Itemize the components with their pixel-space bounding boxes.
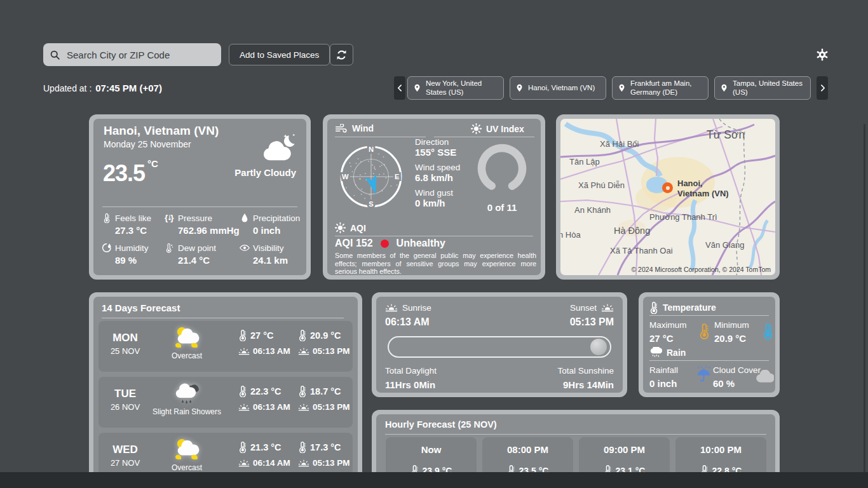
cloud-rain-icon bbox=[649, 347, 662, 358]
day-low: 17.3 °C bbox=[310, 442, 341, 452]
settings-gear-icon[interactable] bbox=[816, 48, 829, 61]
cloud-cover: Cloud Cover60 % bbox=[713, 364, 761, 389]
sunrise-time: 06:13 AM bbox=[385, 316, 431, 328]
detail-dew-point: Dew point 21.4 °C bbox=[165, 243, 216, 266]
hour-time: 08:00 PM bbox=[482, 444, 573, 455]
dew-point-icon bbox=[165, 243, 175, 253]
day-high: 27 °C bbox=[250, 330, 273, 341]
map-canvas[interactable]: Xã Hải Bối Từ Sơn Tân Lập Xã Phú Diễn An… bbox=[560, 119, 775, 275]
map-label: Xã Tả Thanh Oai bbox=[610, 246, 673, 255]
map-label: n Hòa bbox=[560, 230, 581, 240]
map-label: Xã Hải Bối bbox=[600, 139, 639, 149]
saved-place-chip-hanoi[interactable]: Hanoi, Vietnam (VN) bbox=[510, 76, 606, 100]
rainfall: Rainfall0 inch bbox=[649, 364, 678, 389]
sun-icon bbox=[471, 123, 482, 134]
total-daylight: Total Daylight11Hrs 0Min bbox=[385, 365, 437, 390]
pin-icon bbox=[515, 83, 524, 93]
map-label: An Khánh bbox=[574, 205, 611, 215]
forecast-day-row-mon[interactable]: MON25 NOV Overcast 27 °C 06:13 AM 20.9 °… bbox=[98, 321, 353, 372]
overcast-icon bbox=[172, 437, 201, 461]
chevron-right-icon bbox=[818, 84, 827, 92]
rain-showers-icon bbox=[172, 381, 201, 405]
add-to-saved-places-button[interactable]: Add to Saved Places bbox=[229, 44, 330, 65]
saved-place-chip-frankfurt[interactable]: Frankfurt am Main, Germany (DE) bbox=[612, 76, 709, 100]
min-thermometer-icon bbox=[763, 322, 773, 339]
scrollbar[interactable] bbox=[864, 124, 865, 472]
search-icon bbox=[50, 50, 60, 60]
saved-places-prev-button[interactable] bbox=[394, 76, 405, 100]
sunset-block: Sunset 05:13 PM bbox=[570, 303, 614, 328]
day-date: 26 NOV bbox=[102, 402, 148, 412]
sunrise-icon bbox=[385, 304, 398, 312]
aqi-description: Some members of the general public may e… bbox=[335, 252, 536, 275]
sunset-icon bbox=[298, 348, 309, 355]
refresh-icon bbox=[336, 49, 348, 61]
saved-place-label: Frankfurt am Main, Germany (DE) bbox=[630, 79, 703, 97]
pin-icon bbox=[720, 83, 728, 93]
pressure-icon bbox=[165, 213, 175, 223]
day-high: 22.3 °C bbox=[250, 386, 281, 396]
day-sunset: 05:13 PM bbox=[313, 346, 350, 356]
partly-cloudy-night-icon bbox=[258, 133, 296, 162]
wind-stats: Direction155° SSE Wind speed6.8 km/h Win… bbox=[415, 137, 460, 214]
cloud-icon bbox=[755, 370, 774, 383]
detail-visibility: Visibility 24.1 km bbox=[240, 243, 288, 266]
updated-at-value: 07:45 PM (+07) bbox=[95, 83, 162, 93]
day-sunrise: 06:13 AM bbox=[253, 346, 290, 356]
temperature-section-header: Temperature bbox=[649, 301, 716, 314]
search-box[interactable] bbox=[43, 43, 221, 66]
day-condition: Slight Rain Showers bbox=[148, 407, 226, 416]
current-condition: Partly Cloudy bbox=[234, 167, 296, 178]
total-sunshine: Total Sunshine9Hrs 14Min bbox=[557, 365, 614, 390]
saved-place-chip-tampa[interactable]: Tampa, United States (US) bbox=[714, 76, 811, 100]
pin-icon bbox=[413, 83, 421, 93]
map-location-marker bbox=[662, 182, 673, 193]
uv-value: 0 of 11 bbox=[473, 202, 531, 213]
aqi-value: AQI 152 bbox=[335, 238, 373, 249]
compass-s-label: S bbox=[369, 200, 374, 208]
map-label: Từ Sơn bbox=[707, 128, 745, 142]
map-label: Phường Thanh Trì bbox=[649, 212, 717, 222]
updated-at: Updated at :07:45 PM (+07) bbox=[43, 83, 162, 93]
thermometer-icon bbox=[649, 301, 658, 314]
sunrise-icon bbox=[238, 403, 250, 411]
detail-feels-like: Feels like 27.3 °C bbox=[102, 213, 151, 236]
refresh-button[interactable] bbox=[330, 44, 353, 65]
map-marker-label: Hanoi, Vietnam (VN) bbox=[677, 179, 736, 198]
saved-place-label: Tampa, United States (US) bbox=[733, 79, 805, 97]
weather-app-window: Add to Saved Places Updated at :07:45 PM… bbox=[0, 0, 868, 488]
sunrise-icon bbox=[238, 348, 250, 355]
aqi-section-header: AQI bbox=[335, 222, 366, 233]
forecast-day-row-tue[interactable]: TUE26 NOV Slight Rain Showers 22.3 °C 06… bbox=[98, 377, 353, 428]
day-low: 18.7 °C bbox=[310, 386, 341, 396]
saved-place-chip-new-york[interactable]: New York, United States (US) bbox=[407, 76, 504, 100]
day-name: TUE bbox=[102, 388, 148, 400]
hour-time: 10:00 PM bbox=[675, 444, 766, 455]
droplet-icon bbox=[240, 213, 250, 223]
day-date: 27 NOV bbox=[102, 458, 148, 468]
wind-section-header: Wind bbox=[335, 123, 374, 133]
day-progress-knob[interactable] bbox=[590, 339, 607, 355]
saved-places-next-button[interactable] bbox=[817, 76, 828, 100]
detail-pressure: Pressure 762.96 mmHg bbox=[165, 213, 240, 236]
current-date: Monday 25 November bbox=[104, 139, 191, 149]
thermometer-icon bbox=[298, 385, 307, 397]
compass-w-label: W bbox=[342, 173, 349, 180]
compass-e-label: E bbox=[395, 173, 400, 180]
day-condition: Overcast bbox=[148, 463, 226, 472]
uv-gauge bbox=[473, 140, 531, 197]
detail-precipitation: Precipitation 0 inch bbox=[240, 213, 300, 236]
thermometer-icon bbox=[238, 385, 247, 397]
temperature-maximum: Maximum27 °C bbox=[649, 319, 687, 344]
sunrise-block: Sunrise 06:13 AM bbox=[385, 303, 431, 328]
aqi-level: Unhealthy bbox=[397, 238, 445, 249]
day-sunrise: 06:13 AM bbox=[253, 402, 290, 412]
search-input[interactable] bbox=[65, 49, 215, 61]
thermometer-icon bbox=[298, 329, 307, 341]
sunset-icon bbox=[298, 459, 309, 467]
rain-section-header: Rain bbox=[649, 347, 686, 358]
day-condition: Overcast bbox=[148, 351, 226, 360]
saved-place-label: Hanoi, Vietnam (VN) bbox=[528, 84, 595, 93]
sunrise-sunset-card: Sunrise 06:13 AM Sunset 05:13 PM Total D… bbox=[372, 292, 627, 397]
temperature-minimum: Minimum20.9 °C bbox=[714, 319, 749, 344]
